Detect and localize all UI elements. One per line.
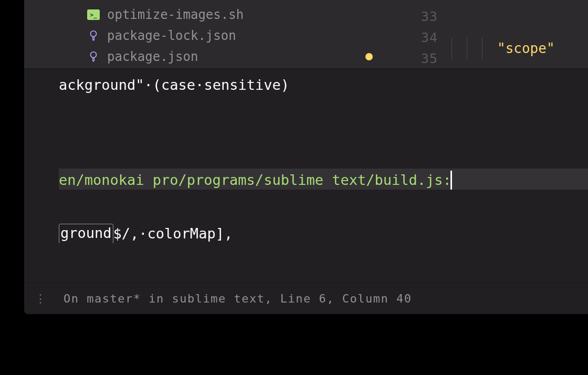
file-item-package[interactable]: package.json — [24, 46, 387, 67]
line-number: 35 — [387, 48, 438, 69]
result-group: en/monokai pro/programs/sublime text/bui… — [59, 136, 588, 276]
top-area: >_ optimize-images.sh package-lock.json … — [24, 0, 588, 68]
file-item-package-lock[interactable]: package-lock.json — [24, 25, 387, 46]
code-token: "scope" — [497, 40, 555, 56]
json-file-icon — [87, 30, 100, 41]
result-match-line[interactable]: ground$/,·colorMap], — [59, 222, 588, 243]
result-file-path[interactable]: en/monokai pro/programs/sublime text/bui… — [59, 169, 588, 190]
editor-gutter-partial: 33 34 35 "scope" "foregroun }] — [387, 0, 588, 68]
file-label: optimize-images.sh — [107, 7, 244, 22]
line-number: 34 — [387, 27, 438, 48]
search-results[interactable]: en/monokai pro/programs/sublime text/bui… — [24, 103, 588, 283]
status-text: On master* in sublime text, Line 6, Colu… — [64, 292, 412, 305]
line-numbers: 33 34 35 — [387, 0, 452, 68]
json-file-icon — [87, 51, 100, 62]
search-query-header: ackground"·(case·sensitive) — [24, 69, 588, 103]
line-number: 33 — [387, 6, 438, 27]
modified-indicator-icon — [365, 53, 373, 60]
editor-window: >_ optimize-images.sh package-lock.json … — [24, 0, 588, 314]
text-cursor — [450, 171, 452, 190]
match-highlight: ground — [59, 224, 113, 243]
file-sidebar: >_ optimize-images.sh package-lock.json … — [24, 0, 387, 68]
file-item-optimize-images[interactable]: >_ optimize-images.sh — [24, 4, 387, 25]
shell-script-icon: >_ — [87, 9, 100, 20]
status-bar: ⋮ On master* in sublime text, Line 6, Co… — [24, 283, 588, 314]
status-menu-icon[interactable]: ⋮ — [35, 292, 48, 305]
find-results-panel: ackground"·(case·sensitive) en/monokai p… — [24, 68, 588, 283]
file-label: package.json — [107, 49, 198, 64]
file-label: package-lock.json — [107, 28, 236, 43]
code-partial[interactable]: "scope" "foregroun }] — [452, 0, 588, 68]
